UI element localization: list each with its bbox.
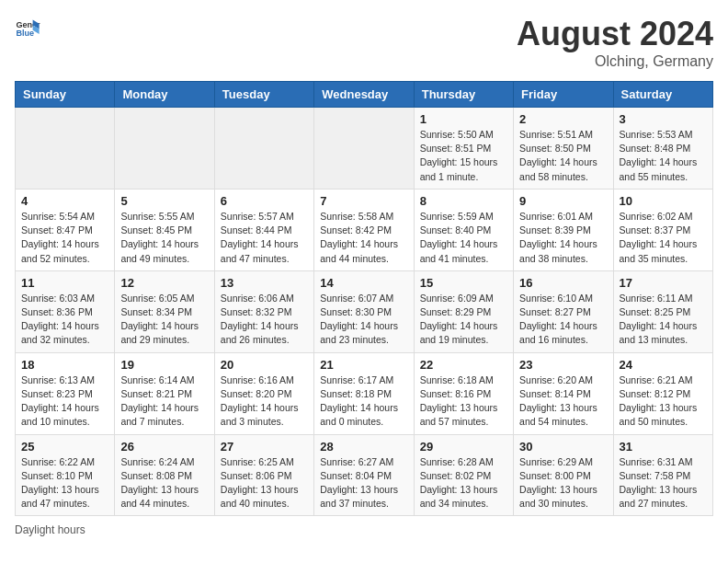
calendar-week-3: 11Sunrise: 6:03 AM Sunset: 8:36 PM Dayli…	[16, 270, 713, 352]
calendar-cell: 7Sunrise: 5:58 AM Sunset: 8:42 PM Daylig…	[314, 189, 414, 270]
logo: General Blue	[15, 15, 40, 40]
day-number: 29	[420, 440, 507, 454]
day-info: Sunrise: 6:25 AM Sunset: 8:06 PM Dayligh…	[221, 455, 308, 511]
day-info: Sunrise: 6:21 AM Sunset: 8:12 PM Dayligh…	[620, 373, 707, 430]
day-info: Sunrise: 6:14 AM Sunset: 8:21 PM Dayligh…	[120, 373, 208, 430]
day-number: 20	[221, 358, 308, 372]
day-number: 14	[320, 276, 407, 290]
day-number: 19	[120, 358, 208, 372]
day-number: 25	[21, 440, 108, 454]
day-info: Sunrise: 6:13 AM Sunset: 8:23 PM Dayligh…	[21, 373, 108, 430]
calendar-week-1: 1Sunrise: 5:50 AM Sunset: 8:51 PM Daylig…	[16, 108, 713, 190]
calendar-cell: 9Sunrise: 6:01 AM Sunset: 8:39 PM Daylig…	[514, 189, 613, 270]
calendar-cell: 3Sunrise: 5:53 AM Sunset: 8:48 PM Daylig…	[613, 108, 712, 190]
calendar-cell: 14Sunrise: 6:07 AM Sunset: 8:30 PM Dayli…	[314, 270, 414, 352]
day-number: 17	[620, 276, 707, 290]
day-info: Sunrise: 6:29 AM Sunset: 8:00 PM Dayligh…	[519, 455, 607, 511]
calendar-cell: 13Sunrise: 6:06 AM Sunset: 8:32 PM Dayli…	[214, 270, 313, 352]
page-header: General Blue August 2024 Olching, German…	[15, 15, 713, 70]
calendar-cell: 31Sunrise: 6:31 AM Sunset: 7:58 PM Dayli…	[613, 434, 712, 516]
day-number: 12	[120, 276, 208, 290]
day-number: 3	[620, 112, 707, 126]
calendar-cell: 16Sunrise: 6:10 AM Sunset: 8:27 PM Dayli…	[514, 270, 613, 352]
calendar-table: SundayMondayTuesdayWednesdayThursdayFrid…	[15, 81, 713, 516]
day-number: 15	[420, 276, 507, 290]
calendar-cell: 10Sunrise: 6:02 AM Sunset: 8:37 PM Dayli…	[613, 189, 712, 270]
day-number: 31	[620, 440, 707, 454]
calendar-cell: 21Sunrise: 6:17 AM Sunset: 8:18 PM Dayli…	[314, 352, 414, 434]
day-number: 2	[519, 112, 607, 126]
calendar-cell: 17Sunrise: 6:11 AM Sunset: 8:25 PM Dayli…	[613, 270, 712, 352]
day-info: Sunrise: 6:06 AM Sunset: 8:32 PM Dayligh…	[221, 292, 308, 348]
day-info: Sunrise: 6:17 AM Sunset: 8:18 PM Dayligh…	[320, 373, 407, 430]
day-number: 8	[420, 194, 507, 208]
svg-text:Blue: Blue	[16, 29, 34, 38]
calendar-week-4: 18Sunrise: 6:13 AM Sunset: 8:23 PM Dayli…	[16, 352, 713, 434]
day-info: Sunrise: 6:09 AM Sunset: 8:29 PM Dayligh…	[420, 292, 507, 348]
calendar-header-thursday: Thursday	[414, 82, 513, 108]
day-info: Sunrise: 6:03 AM Sunset: 8:36 PM Dayligh…	[21, 292, 108, 348]
calendar-cell: 29Sunrise: 6:28 AM Sunset: 8:02 PM Dayli…	[414, 434, 513, 516]
day-number: 4	[21, 194, 108, 208]
day-info: Sunrise: 5:58 AM Sunset: 8:42 PM Dayligh…	[320, 210, 407, 266]
calendar-header-monday: Monday	[115, 82, 214, 108]
calendar-cell	[16, 108, 115, 190]
calendar-cell	[314, 108, 414, 190]
calendar-cell: 20Sunrise: 6:16 AM Sunset: 8:20 PM Dayli…	[214, 352, 313, 434]
calendar-cell: 28Sunrise: 6:27 AM Sunset: 8:04 PM Dayli…	[314, 434, 414, 516]
calendar-cell: 5Sunrise: 5:55 AM Sunset: 8:45 PM Daylig…	[115, 189, 214, 270]
calendar-cell: 27Sunrise: 6:25 AM Sunset: 8:06 PM Dayli…	[214, 434, 313, 516]
location: Olching, Germany	[517, 53, 713, 70]
day-info: Sunrise: 6:20 AM Sunset: 8:14 PM Dayligh…	[519, 373, 607, 430]
calendar-header-tuesday: Tuesday	[214, 82, 313, 108]
day-info: Sunrise: 6:05 AM Sunset: 8:34 PM Dayligh…	[120, 292, 208, 348]
calendar-cell	[115, 108, 214, 190]
day-info: Sunrise: 5:57 AM Sunset: 8:44 PM Dayligh…	[221, 210, 308, 266]
day-number: 21	[320, 358, 407, 372]
calendar-header-wednesday: Wednesday	[314, 82, 414, 108]
calendar-cell: 18Sunrise: 6:13 AM Sunset: 8:23 PM Dayli…	[16, 352, 115, 434]
day-info: Sunrise: 5:50 AM Sunset: 8:51 PM Dayligh…	[420, 128, 507, 184]
day-info: Sunrise: 5:55 AM Sunset: 8:45 PM Dayligh…	[120, 210, 208, 266]
calendar-cell: 26Sunrise: 6:24 AM Sunset: 8:08 PM Dayli…	[115, 434, 214, 516]
day-number: 1	[420, 112, 507, 126]
day-number: 11	[21, 276, 108, 290]
calendar-cell: 6Sunrise: 5:57 AM Sunset: 8:44 PM Daylig…	[214, 189, 313, 270]
calendar-week-2: 4Sunrise: 5:54 AM Sunset: 8:47 PM Daylig…	[16, 189, 713, 270]
day-info: Sunrise: 5:59 AM Sunset: 8:40 PM Dayligh…	[420, 210, 507, 266]
day-number: 10	[620, 194, 707, 208]
calendar-header-saturday: Saturday	[613, 82, 712, 108]
day-number: 6	[221, 194, 308, 208]
calendar-cell: 4Sunrise: 5:54 AM Sunset: 8:47 PM Daylig…	[16, 189, 115, 270]
day-number: 9	[519, 194, 607, 208]
calendar-week-5: 25Sunrise: 6:22 AM Sunset: 8:10 PM Dayli…	[16, 434, 713, 516]
day-info: Sunrise: 6:01 AM Sunset: 8:39 PM Dayligh…	[519, 210, 607, 266]
calendar-cell: 11Sunrise: 6:03 AM Sunset: 8:36 PM Dayli…	[16, 270, 115, 352]
day-number: 22	[420, 358, 507, 372]
day-info: Sunrise: 6:31 AM Sunset: 7:58 PM Dayligh…	[620, 455, 707, 511]
logo-icon: General Blue	[15, 15, 40, 40]
calendar-cell: 25Sunrise: 6:22 AM Sunset: 8:10 PM Dayli…	[16, 434, 115, 516]
day-number: 30	[519, 440, 607, 454]
day-number: 26	[120, 440, 208, 454]
day-number: 24	[620, 358, 707, 372]
day-info: Sunrise: 6:28 AM Sunset: 8:02 PM Dayligh…	[420, 455, 507, 511]
calendar-cell	[214, 108, 313, 190]
day-number: 27	[221, 440, 308, 454]
calendar-cell: 1Sunrise: 5:50 AM Sunset: 8:51 PM Daylig…	[414, 108, 513, 190]
month-year: August 2024	[517, 15, 713, 53]
calendar-cell: 30Sunrise: 6:29 AM Sunset: 8:00 PM Dayli…	[514, 434, 613, 516]
calendar-cell: 24Sunrise: 6:21 AM Sunset: 8:12 PM Dayli…	[613, 352, 712, 434]
day-info: Sunrise: 5:54 AM Sunset: 8:47 PM Dayligh…	[21, 210, 108, 266]
calendar-header-friday: Friday	[514, 82, 613, 108]
day-number: 23	[519, 358, 607, 372]
day-info: Sunrise: 6:22 AM Sunset: 8:10 PM Dayligh…	[21, 455, 108, 511]
day-info: Sunrise: 6:24 AM Sunset: 8:08 PM Dayligh…	[120, 455, 208, 511]
calendar-cell: 8Sunrise: 5:59 AM Sunset: 8:40 PM Daylig…	[414, 189, 513, 270]
day-info: Sunrise: 6:16 AM Sunset: 8:20 PM Dayligh…	[221, 373, 308, 430]
day-info: Sunrise: 5:51 AM Sunset: 8:50 PM Dayligh…	[519, 128, 607, 184]
calendar-cell: 12Sunrise: 6:05 AM Sunset: 8:34 PM Dayli…	[115, 270, 214, 352]
day-info: Sunrise: 6:10 AM Sunset: 8:27 PM Dayligh…	[519, 292, 607, 348]
footer-note: Daylight hours	[15, 523, 713, 536]
day-number: 5	[120, 194, 208, 208]
